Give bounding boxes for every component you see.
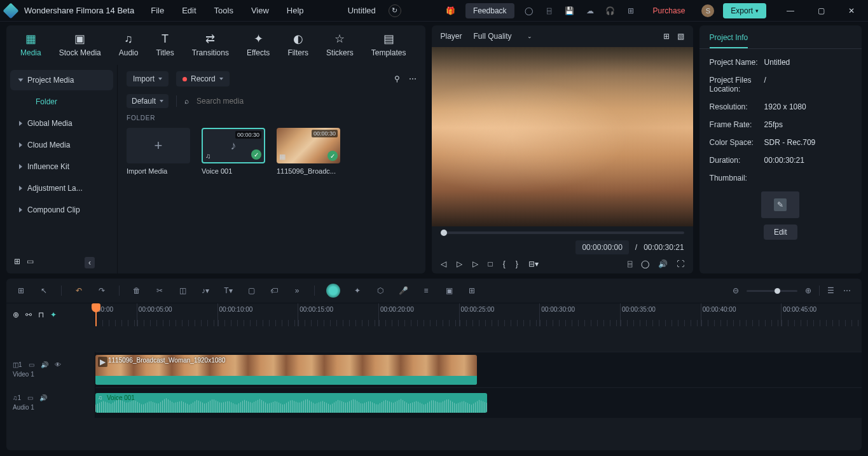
more-tools-icon[interactable]: » <box>291 286 303 295</box>
menu-edit[interactable]: Edit <box>177 3 201 18</box>
tab-audio[interactable]: ♫Audio <box>119 32 139 57</box>
mark-out-button[interactable]: } <box>516 259 518 268</box>
music-icon[interactable]: ♪▾ <box>200 286 211 295</box>
menu-view[interactable]: View <box>246 3 274 18</box>
add-track-icon[interactable]: ⊕ <box>13 310 19 319</box>
layout-icon[interactable]: ⊞ <box>15 286 27 295</box>
tab-filters[interactable]: ◐Filters <box>287 32 308 57</box>
feedback-button[interactable]: Feedback <box>465 3 514 18</box>
tab-media[interactable]: ▦Media <box>20 32 41 57</box>
audio-clip[interactable]: ♫ Voice 001 <box>95 393 487 413</box>
zoom-in-icon[interactable]: ⊕ <box>803 286 814 295</box>
tab-effects[interactable]: ✦Effects <box>247 32 270 57</box>
stop-button[interactable]: □ <box>488 259 493 268</box>
display-icon[interactable]: ⌸ <box>628 259 632 268</box>
import-dropdown[interactable]: Import <box>127 71 169 86</box>
tag-icon[interactable]: 🏷 <box>268 286 280 295</box>
save-icon[interactable]: 💾 <box>564 5 575 17</box>
tab-templates[interactable]: ▤Templates <box>371 32 406 57</box>
mute-icon[interactable]: 🔊 <box>39 394 47 401</box>
history-icon[interactable]: ↻ <box>389 4 401 17</box>
search-input[interactable] <box>196 97 416 106</box>
record-dropdown[interactable]: Record <box>176 71 230 86</box>
cloud-icon[interactable]: ☁ <box>584 5 596 17</box>
sidebar-item-project-media[interactable]: Project Media <box>10 70 113 90</box>
prev-frame-button[interactable]: ◁ <box>441 259 446 268</box>
more-icon[interactable]: ⋯ <box>409 74 417 83</box>
tab-stock-media[interactable]: ▣Stock Media <box>59 32 101 57</box>
sort-dropdown[interactable]: Default <box>127 94 169 108</box>
sidebar-item-folder[interactable]: Folder <box>10 92 113 112</box>
clip-options-icon[interactable]: ⊟▾ <box>528 259 539 268</box>
zoom-knob[interactable] <box>775 288 780 294</box>
sidebar-item-global-media[interactable]: Global Media <box>10 113 113 134</box>
sparkle-icon[interactable]: ✦ <box>352 286 363 295</box>
minimize-button[interactable]: — <box>779 2 802 20</box>
info-tab-label[interactable]: Project Info <box>710 33 748 48</box>
video-track-icon[interactable]: ◫1 <box>13 361 22 368</box>
menu-tools[interactable]: Tools <box>209 3 238 18</box>
headphones-icon[interactable]: 🎧 <box>605 5 616 17</box>
apps-icon[interactable]: ⊞ <box>625 5 637 17</box>
volume-icon[interactable]: 🔊 <box>658 259 668 268</box>
circle-icon[interactable]: ◯ <box>523 5 535 17</box>
tab-transitions[interactable]: ⇄Transitions <box>192 32 229 57</box>
edit-button[interactable]: Edit <box>764 225 797 240</box>
pencil-icon[interactable]: ✎ <box>774 198 787 211</box>
player-viewport[interactable] <box>432 47 693 226</box>
grid-icon[interactable]: ⊞ <box>466 286 478 295</box>
tab-titles[interactable]: TTitles <box>156 32 174 57</box>
sidebar-item-compound-clip[interactable]: Compound Clip <box>10 200 113 220</box>
folder-icon[interactable]: ▭ <box>27 257 34 268</box>
ai-avatar-icon[interactable] <box>326 284 340 298</box>
play-button[interactable]: ▷ <box>457 259 462 268</box>
mic-icon[interactable]: 🎤 <box>397 286 409 295</box>
equalizer-icon[interactable]: ≡ <box>420 286 432 295</box>
delete-icon[interactable]: 🗑 <box>131 286 142 295</box>
rect-icon[interactable]: ▢ <box>245 286 257 295</box>
filter-icon[interactable]: ⚲ <box>394 74 400 83</box>
list-icon[interactable]: ☰ <box>825 286 836 295</box>
quality-dropdown[interactable]: Full Quality⌄ <box>474 32 532 41</box>
visibility-icon[interactable]: 👁 <box>55 361 61 368</box>
mark-in-button[interactable]: { <box>503 259 506 268</box>
cut-icon[interactable]: ✂ <box>154 286 165 295</box>
lock-icon[interactable]: ▭ <box>27 394 33 401</box>
scrubber-handle[interactable] <box>441 230 447 236</box>
new-folder-icon[interactable]: ⊞ <box>14 257 20 268</box>
audio-track-icon[interactable]: ♫1 <box>13 394 21 401</box>
shield-icon[interactable]: ⬡ <box>375 286 386 295</box>
menu-help[interactable]: Help <box>282 3 309 18</box>
camera-icon[interactable]: ◯ <box>641 259 649 268</box>
sidebar-item-adjustment-layer[interactable]: Adjustment La... <box>10 178 113 198</box>
crop-icon[interactable]: ◫ <box>177 286 188 295</box>
fullscreen-icon[interactable]: ⛶ <box>677 259 684 268</box>
monitor-icon[interactable]: ⌸ <box>544 5 555 17</box>
magnet-icon[interactable]: ⊓ <box>38 310 44 319</box>
text-icon[interactable]: T▾ <box>223 286 234 295</box>
tab-stickers[interactable]: ☆Stickers <box>326 32 354 57</box>
zoom-slider[interactable] <box>747 290 797 292</box>
playhead[interactable] <box>95 303 97 326</box>
close-button[interactable]: ✕ <box>840 2 863 20</box>
purchase-button[interactable]: Purchase <box>645 3 693 18</box>
redo-icon[interactable]: ↷ <box>96 286 107 295</box>
user-avatar[interactable]: S <box>701 4 714 17</box>
mute-icon[interactable]: 🔊 <box>41 361 48 368</box>
undo-icon[interactable]: ↶ <box>73 286 85 295</box>
sidebar-item-cloud-media[interactable]: Cloud Media <box>10 135 113 155</box>
media-item-broadcast[interactable]: 00:00:30 ▦ ✓ 1115096_Broadc... <box>277 128 340 175</box>
export-button[interactable]: Export ▾ <box>723 3 766 18</box>
video-clip[interactable]: ▶ 1115096_Broadcast_Woman_1920x1080 <box>95 355 477 385</box>
menu-file[interactable]: File <box>146 3 169 18</box>
maximize-button[interactable]: ▢ <box>809 2 832 20</box>
import-media-tile[interactable]: + Import Media <box>127 128 190 175</box>
pointer-icon[interactable]: ↖ <box>38 286 50 295</box>
scrubber[interactable] <box>441 231 684 234</box>
collapse-sidebar-button[interactable]: ‹ <box>85 257 95 268</box>
compare-view-icon[interactable]: ⊞ <box>663 32 670 41</box>
frame-icon[interactable]: ▣ <box>443 286 455 295</box>
snapshot-view-icon[interactable]: ▧ <box>677 32 684 41</box>
time-ruler[interactable]: 00:00 00:00:05:00 00:00:10:00 00:00:15:0… <box>95 303 862 326</box>
zoom-out-icon[interactable]: ⊖ <box>730 286 741 295</box>
